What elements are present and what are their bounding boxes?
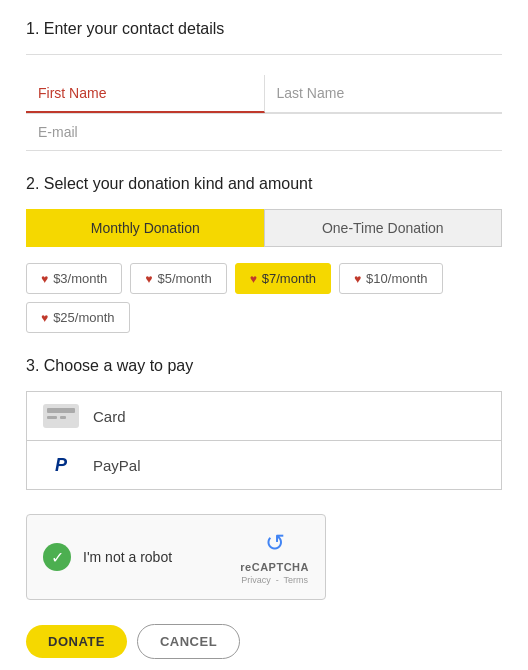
card-line-1 — [47, 416, 57, 419]
amount-3-btn[interactable]: ♥ $3/month — [26, 263, 122, 294]
pay-options-container: Card P PayPal — [26, 391, 502, 490]
paypal-pay-option[interactable]: P PayPal — [26, 440, 502, 490]
heart-icon-25: ♥ — [41, 311, 48, 325]
heart-icon-10: ♥ — [354, 272, 361, 286]
card-icon-inner — [47, 408, 75, 424]
paypal-icon: P — [43, 453, 79, 477]
recaptcha-icon: ↺ — [265, 529, 285, 557]
captcha-right: ↺ reCAPTCHA Privacy - Terms — [240, 529, 309, 585]
amount-options: ♥ $3/month ♥ $5/month ♥ $7/month ♥ $10/m… — [26, 263, 502, 333]
amount-10-btn[interactable]: ♥ $10/month — [339, 263, 443, 294]
name-row — [26, 75, 502, 114]
monthly-donation-btn[interactable]: Monthly Donation — [26, 209, 264, 247]
first-name-field — [26, 75, 265, 113]
action-row: DONATE CANCEL — [26, 624, 502, 659]
last-name-field — [265, 75, 503, 113]
contact-divider — [26, 54, 502, 55]
amount-7-label: $7/month — [262, 271, 316, 286]
amount-25-btn[interactable]: ♥ $25/month — [26, 302, 130, 333]
captcha-left: ✓ I'm not a robot — [43, 543, 172, 571]
cancel-button[interactable]: CANCEL — [137, 624, 240, 659]
last-name-input[interactable] — [265, 75, 503, 111]
card-line-2 — [60, 416, 66, 419]
donate-button[interactable]: DONATE — [26, 625, 127, 658]
card-pay-option[interactable]: Card — [26, 391, 502, 440]
donation-section: 2. Select your donation kind and amount … — [26, 175, 502, 333]
amount-3-label: $3/month — [53, 271, 107, 286]
card-icon — [43, 404, 79, 428]
donation-title: 2. Select your donation kind and amount — [26, 175, 502, 193]
captcha-privacy: Privacy — [241, 575, 271, 585]
captcha-label: I'm not a robot — [83, 549, 172, 565]
amount-7-btn[interactable]: ♥ $7/month — [235, 263, 331, 294]
amount-25-label: $25/month — [53, 310, 114, 325]
email-input[interactable] — [26, 114, 502, 150]
donation-type-row: Monthly Donation One-Time Donation — [26, 209, 502, 247]
amount-5-btn[interactable]: ♥ $5/month — [130, 263, 226, 294]
contact-title: 1. Enter your contact details — [26, 20, 502, 38]
card-lines — [47, 416, 75, 419]
email-row — [26, 114, 502, 151]
pay-title: 3. Choose a way to pay — [26, 357, 502, 375]
first-name-input[interactable] — [26, 75, 264, 111]
heart-icon-7: ♥ — [250, 272, 257, 286]
captcha-box[interactable]: ✓ I'm not a robot ↺ reCAPTCHA Privacy - … — [26, 514, 326, 600]
contact-section: 1. Enter your contact details — [26, 20, 502, 151]
card-label: Card — [93, 408, 126, 425]
captcha-privacy-terms: Privacy - Terms — [241, 575, 308, 585]
paypal-p-letter: P — [55, 455, 67, 476]
amount-5-label: $5/month — [157, 271, 211, 286]
onetime-donation-btn[interactable]: One-Time Donation — [264, 209, 503, 247]
captcha-terms: Terms — [284, 575, 309, 585]
heart-icon-5: ♥ — [145, 272, 152, 286]
pay-section: 3. Choose a way to pay Card P PayPal — [26, 357, 502, 490]
card-stripe — [47, 408, 75, 413]
amount-10-label: $10/month — [366, 271, 427, 286]
recaptcha-logo: reCAPTCHA — [240, 561, 309, 573]
paypal-label: PayPal — [93, 457, 141, 474]
captcha-checkmark: ✓ — [43, 543, 71, 571]
heart-icon-3: ♥ — [41, 272, 48, 286]
